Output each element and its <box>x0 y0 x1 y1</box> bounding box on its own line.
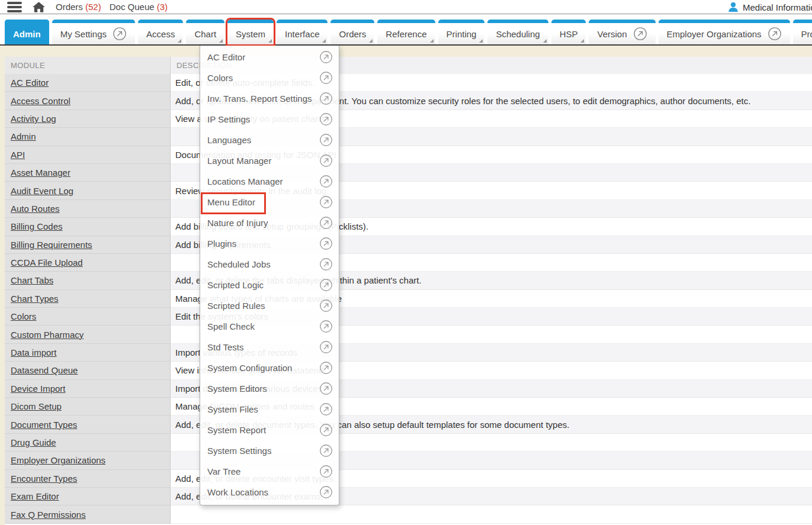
open-in-new-window-icon[interactable] <box>319 112 333 126</box>
module-link[interactable]: Chart Types <box>11 294 59 304</box>
module-link[interactable]: CCDA File Upload <box>11 257 83 268</box>
table-row-device-import: Device Import Import data files from var… <box>5 380 812 398</box>
menu-item-label: Languages <box>207 135 319 145</box>
module-cell: Chart Tabs <box>5 272 171 289</box>
module-cell: Billing Requirements <box>5 236 171 254</box>
open-in-new-window-icon[interactable] <box>319 402 333 416</box>
menu-item-locations-manager[interactable]: Locations Manager <box>200 171 339 192</box>
tab-version[interactable]: Version <box>589 20 655 44</box>
open-in-new-window-icon[interactable] <box>319 278 333 292</box>
tab-provider-management[interactable]: Provider Management <box>793 20 812 44</box>
open-in-new-window-icon[interactable] <box>319 216 333 230</box>
module-link[interactable]: Access Control <box>11 96 70 106</box>
menu-item-system-editors[interactable]: System Editors <box>200 378 339 399</box>
open-in-new-window-icon[interactable] <box>319 423 333 437</box>
open-in-new-window-icon[interactable] <box>319 195 333 209</box>
menu-item-spell-check[interactable]: Spell Check <box>200 316 339 337</box>
dropdown-corner-icon <box>219 39 223 43</box>
open-in-new-window-icon[interactable] <box>319 71 333 85</box>
open-in-new-window-icon[interactable] <box>319 257 333 271</box>
module-link[interactable]: Device Import <box>11 384 66 394</box>
module-link[interactable]: Fax Q Permissions <box>11 510 86 520</box>
tab-chart[interactable]: Chart <box>186 20 224 44</box>
tab-employer-organizations[interactable]: Employer Organizations <box>659 20 790 44</box>
module-link[interactable]: Drug Guide <box>11 437 56 447</box>
menu-item-system-configuration[interactable]: System Configuration <box>200 357 339 378</box>
tab-reference[interactable]: Reference <box>377 20 435 44</box>
module-link[interactable]: Colors <box>11 311 36 321</box>
open-in-new-window-icon[interactable] <box>319 382 333 395</box>
open-in-new-window-icon[interactable] <box>319 361 333 375</box>
module-link[interactable]: Activity Log <box>11 114 56 124</box>
menu-item-layout-manager[interactable]: Layout Manager <box>200 150 339 171</box>
menu-item-std-tests[interactable]: Std Tests <box>200 337 339 357</box>
menu-item-nature-of-injury[interactable]: Nature of Injury <box>200 212 339 233</box>
open-in-new-window-icon[interactable] <box>319 154 333 168</box>
menu-item-system-files[interactable]: System Files <box>200 399 339 420</box>
menu-item-label: System Editors <box>207 384 319 394</box>
open-in-new-window-icon[interactable] <box>319 175 333 188</box>
home-icon[interactable] <box>33 2 45 12</box>
orders-queue-link[interactable]: Orders (52) <box>56 2 101 12</box>
module-link[interactable]: Dicom Setup <box>11 401 62 411</box>
menu-item-work-locations[interactable]: Work Locations <box>200 482 339 503</box>
module-link[interactable]: Data import <box>11 347 57 357</box>
menu-item-var-tree[interactable]: Var Tree <box>200 461 339 482</box>
module-link[interactable]: AC Editor <box>11 78 49 88</box>
table-row-datasend-queue: Datasend Queue View informantion sent ov… <box>5 362 812 379</box>
tab-scheduling[interactable]: Scheduling <box>487 20 548 44</box>
table-row-access-control: Access Control Add, or update a new user… <box>5 92 812 109</box>
menu-item-scripted-logic[interactable]: Scripted Logic <box>200 275 339 295</box>
open-in-new-window-icon[interactable] <box>319 340 333 354</box>
open-in-new-window-icon[interactable] <box>319 299 333 313</box>
menu-item-ac-editor[interactable]: AC Editor <box>200 47 339 67</box>
open-in-new-window-icon[interactable] <box>319 465 333 478</box>
module-link[interactable]: Billing Requirements <box>11 240 92 250</box>
open-in-new-window-icon[interactable] <box>319 50 333 64</box>
module-link[interactable]: API <box>11 150 25 160</box>
module-link[interactable]: Employer Organizations <box>11 455 105 465</box>
open-in-new-window-icon[interactable] <box>319 133 333 147</box>
module-link[interactable]: Billing Codes <box>11 221 63 231</box>
menu-item-scheduled-jobs[interactable]: Scheduled Jobs <box>200 254 339 275</box>
module-cell: Datasend Queue <box>5 362 171 379</box>
tab-admin[interactable]: Admin <box>5 20 49 44</box>
tab-printing[interactable]: Printing <box>438 20 485 44</box>
menu-item-plugins[interactable]: Plugins <box>200 233 339 254</box>
module-link[interactable]: Admin <box>11 131 36 141</box>
open-in-new-window-icon[interactable] <box>319 320 333 333</box>
module-link[interactable]: Custom Pharmacy <box>11 330 84 340</box>
tab-interface[interactable]: Interface <box>277 20 328 44</box>
menu-item-ip-settings[interactable]: IP Settings <box>200 109 339 130</box>
tab-my-settings[interactable]: My Settings <box>52 20 135 44</box>
menu-item-colors[interactable]: Colors <box>200 67 339 88</box>
tab-system[interactable]: System <box>227 20 274 44</box>
table-row-exam-editor: Exam Editor Add, edit, or delete encount… <box>5 488 812 505</box>
module-link[interactable]: Chart Tabs <box>11 275 53 285</box>
module-link[interactable]: Document Types <box>11 420 77 430</box>
menu-item-languages[interactable]: Languages <box>200 130 339 150</box>
user-menu[interactable]: Medical Informatic <box>727 0 812 14</box>
open-in-new-window-icon[interactable] <box>319 92 333 105</box>
module-link[interactable]: Exam Editor <box>11 491 59 501</box>
tab-hsp[interactable]: HSP <box>551 20 586 44</box>
module-link[interactable]: Asset Manager <box>11 168 70 178</box>
tab-access[interactable]: Access <box>138 20 183 44</box>
menu-item-label: Plugins <box>207 239 319 249</box>
menu-item-scripted-rules[interactable]: Scripted Rules <box>200 295 339 316</box>
module-link[interactable]: Encounter Types <box>11 474 77 484</box>
hamburger-menu-icon[interactable] <box>7 2 22 12</box>
module-link[interactable]: Auto Routes <box>11 204 60 214</box>
menu-item-inv-trans-report-settings[interactable]: Inv. Trans. Report Settings <box>200 88 339 109</box>
module-link[interactable]: Datasend Queue <box>11 365 78 375</box>
tab-orders[interactable]: Orders <box>330 20 374 44</box>
doc-queue-link[interactable]: Doc Queue (3) <box>110 2 168 12</box>
open-in-new-window-icon[interactable] <box>319 237 333 250</box>
open-in-new-window-icon[interactable] <box>319 444 333 458</box>
menu-item-menu-editor[interactable]: Menu Editor <box>200 192 339 212</box>
open-in-new-window-icon[interactable] <box>319 485 333 499</box>
module-cell: Admin <box>5 128 171 146</box>
menu-item-system-settings[interactable]: System Settings <box>200 440 339 461</box>
module-link[interactable]: Audit Event Log <box>11 186 73 196</box>
menu-item-system-report[interactable]: System Report <box>200 420 339 440</box>
